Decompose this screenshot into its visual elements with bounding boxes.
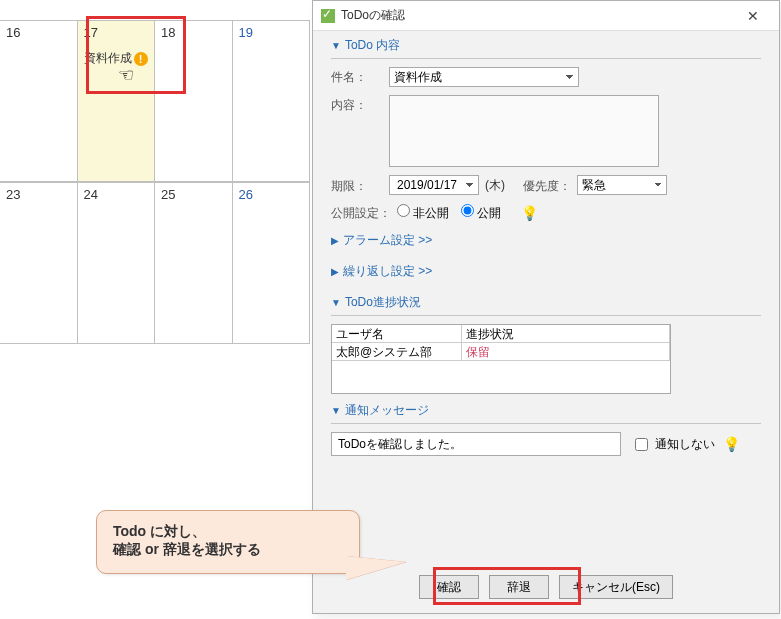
chevron-right-icon: ▶ [331, 266, 339, 277]
calendar-cell[interactable]: 19 [233, 20, 311, 182]
day-number: 24 [84, 187, 98, 202]
chevron-down-icon: ▼ [331, 297, 341, 308]
day-number: 18 [161, 25, 175, 40]
priority-label: 優先度： [523, 176, 571, 195]
section-header-content: ▼ ToDo 内容 [331, 37, 761, 59]
calendar-cell[interactable]: 17 資料作成 ! [78, 20, 156, 182]
calendar-cell[interactable]: 26 [233, 182, 311, 344]
calendar-event[interactable]: 資料作成 ! [84, 50, 149, 67]
radio-label: 非公開 [413, 206, 449, 220]
col-header-status: 進捗状況 [462, 325, 670, 342]
dialog-titlebar: ToDoの確認 ✕ [313, 1, 779, 31]
todo-confirm-dialog: ToDoの確認 ✕ ▼ ToDo 内容 件名： 資料作成 内容： 期限： 201… [312, 0, 780, 614]
progress-user: 太郎@システム部 [332, 343, 462, 360]
deadline-select[interactable]: 2019/01/17 [389, 175, 479, 195]
todo-icon [321, 9, 335, 23]
decline-button[interactable]: 辞退 [489, 575, 549, 599]
hint-icon: 💡 [723, 436, 740, 452]
calendar-cell[interactable]: 18 [155, 20, 233, 182]
confirm-button[interactable]: 確認 [419, 575, 479, 599]
section-header-message: ▼ 通知メッセージ [331, 402, 761, 424]
radio-private[interactable]: 非公開 [397, 204, 449, 222]
content-textarea[interactable] [389, 95, 659, 167]
day-number: 26 [239, 187, 253, 202]
chevron-down-icon: ▼ [331, 405, 341, 416]
calendar-cell[interactable]: 16 [0, 20, 78, 182]
day-number: 16 [6, 25, 20, 40]
day-number: 23 [6, 187, 20, 202]
day-number: 17 [84, 25, 98, 40]
annotation-callout-tail [346, 556, 406, 580]
col-header-user: ユーザ名 [332, 325, 462, 342]
close-button[interactable]: ✕ [733, 3, 773, 29]
repeat-settings-link[interactable]: ▶ 繰り返し設定 >> [331, 263, 761, 280]
callout-line: 確認 or 辞退を選択する [113, 541, 343, 559]
no-notify-checkbox[interactable]: 通知しない [631, 435, 715, 454]
calendar-cell[interactable]: 24 [78, 182, 156, 344]
chevron-right-icon: ▶ [331, 235, 339, 246]
checkbox-label: 通知しない [655, 436, 715, 453]
visibility-label: 公開設定： [331, 203, 397, 222]
day-number: 19 [239, 25, 253, 40]
section-label: ToDo 内容 [345, 37, 400, 54]
radio-public[interactable]: 公開 [461, 204, 501, 222]
day-number: 25 [161, 187, 175, 202]
progress-table[interactable]: ユーザ名 進捗状況 太郎@システム部 保留 [331, 324, 671, 394]
event-label: 資料作成 [84, 50, 132, 67]
annotation-callout: Todo に対し、 確認 or 辞退を選択する [96, 510, 360, 574]
radio-label: 公開 [477, 206, 501, 220]
deadline-label: 期限： [331, 176, 389, 195]
calendar-grid: 16 17 資料作成 ! 18 19 23 24 25 26 [0, 20, 310, 344]
section-label: 通知メッセージ [345, 402, 429, 419]
dialog-title: ToDoの確認 [341, 7, 733, 24]
message-input[interactable] [331, 432, 621, 456]
warning-icon: ! [134, 52, 148, 66]
hint-icon: 💡 [521, 205, 538, 221]
priority-select[interactable]: 緊急 [577, 175, 667, 195]
section-header-progress: ▼ ToDo進捗状況 [331, 294, 761, 316]
content-label: 内容： [331, 95, 389, 114]
alarm-settings-link[interactable]: ▶ アラーム設定 >> [331, 232, 761, 249]
callout-line: Todo に対し、 [113, 523, 343, 541]
progress-status: 保留 [462, 343, 670, 360]
subject-label: 件名： [331, 67, 389, 86]
section-label: ToDo進捗状況 [345, 294, 421, 311]
subject-select[interactable]: 資料作成 [389, 67, 579, 87]
chevron-down-icon: ▼ [331, 40, 341, 51]
link-label: 繰り返し設定 >> [343, 263, 432, 280]
calendar-cell[interactable]: 25 [155, 182, 233, 344]
day-of-week: (木) [485, 177, 505, 194]
link-label: アラーム設定 >> [343, 232, 432, 249]
calendar-cell[interactable]: 23 [0, 182, 78, 344]
cancel-button[interactable]: キャンセル(Esc) [559, 575, 673, 599]
